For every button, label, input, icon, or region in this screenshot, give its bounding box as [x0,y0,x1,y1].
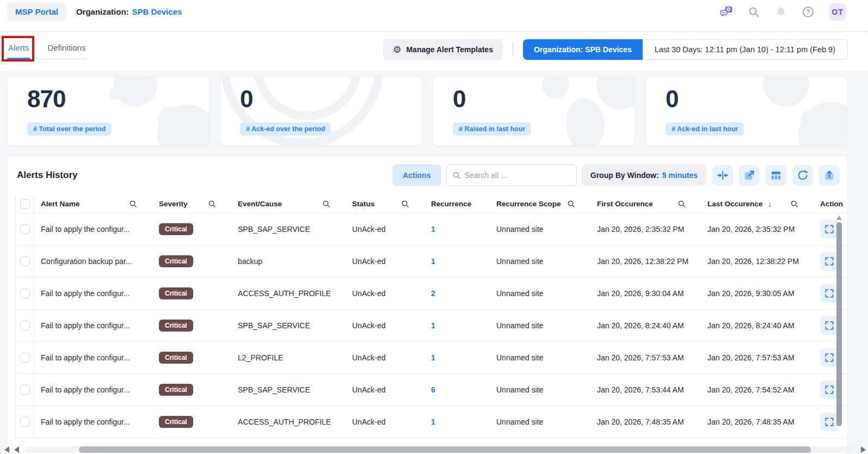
checkbox-cell [16,246,34,277]
top-bar: MSP Portal Organization:SPB Devices [0,0,868,32]
column-search-icon[interactable] [322,200,330,208]
date-range-picker[interactable]: Last 30 Days: 12:11 pm (Jan 10) - 12:11 … [643,39,848,60]
alert-name: Fail to apply the configur... [41,385,130,394]
event-cause-cell: SPB_SAP_SERVICE [231,374,346,406]
stat-card-acked-hour: 0 # Ack-ed in last hour [645,76,848,146]
column-search-icon[interactable] [678,200,686,208]
recurrence-link[interactable]: 1 [431,225,435,234]
alert-name: Fail to apply the configur... [41,353,130,362]
row-checkbox[interactable] [20,321,30,330]
organization-filter-button[interactable]: Organization: SPB Devices [523,39,643,60]
status: UnAck-ed [352,418,385,426]
status-cell: UnAck-ed [346,310,424,341]
tab-definitions[interactable]: Definitions [46,40,87,58]
column-search-icon[interactable] [790,200,798,208]
manage-alert-templates-label: Manage Alert Templates [406,45,493,54]
collapse-columns-button[interactable] [712,165,733,186]
column-header[interactable]: Action [814,195,847,213]
scroll-right-icon[interactable] [861,446,866,453]
scroll-up-icon[interactable] [836,216,842,220]
column-search-icon[interactable] [129,200,137,208]
sort-desc-icon[interactable]: ↓ [768,200,772,208]
row-checkbox[interactable] [20,289,30,298]
checkbox-cell [16,406,34,438]
alerts-history-header: Alerts History Actions Group By Window: … [8,156,847,195]
column-search-icon[interactable] [401,200,409,208]
recurrence-link[interactable]: 1 [431,257,435,266]
tab-alerts[interactable]: Alerts [7,40,30,59]
recurrence-scope: Unnamed site [496,257,543,266]
event-cause: SPB_SAP_SERVICE [238,225,310,234]
stat-value: 870 [27,85,65,113]
recurrence-link[interactable]: 6 [431,385,435,394]
recurrence-scope-cell: Unnamed site [490,374,590,406]
checkbox-cell [16,342,34,373]
recurrence-link[interactable]: 2 [431,289,435,298]
column-search-icon[interactable] [567,200,575,208]
severity-cell: Critical [152,342,231,373]
avatar[interactable]: OT [829,3,846,21]
column-header[interactable]: Event/Cause [231,195,346,213]
horizontal-scrollbar-thumb[interactable] [79,446,811,453]
search-icon[interactable] [747,5,760,19]
recurrence-cell: 1 [424,246,490,277]
column-header[interactable]: First Occurence [590,195,701,213]
table-row: Fail to apply the configur... Critical L… [16,342,847,374]
severity-badge: Critical [159,223,193,235]
scroll-left-icon[interactable] [4,446,9,453]
column-header[interactable]: Last Occurence ↓ [701,195,814,213]
row-checkbox[interactable] [20,353,30,363]
help-icon[interactable]: ? [802,5,815,19]
column-label: Event/Cause [238,200,282,208]
vertical-scrollbar[interactable] [836,216,842,454]
organization-name-link[interactable]: SPB Devices [132,7,182,16]
search-box[interactable] [446,164,577,186]
column-header[interactable]: Severity [152,195,231,213]
last-occurence-cell: Jan 20, 2026, 7:48:35 AM [701,406,814,438]
export-button[interactable] [819,165,840,186]
open-new-window-button[interactable] [739,165,760,186]
first-occurence-cell: Jan 20, 2026, 8:24:40 AM [590,310,701,341]
row-checkbox[interactable] [20,385,30,395]
msp-portal-button[interactable]: MSP Portal [7,2,66,21]
export-icon [823,169,835,181]
row-checkbox[interactable] [20,417,30,427]
tabs: Alerts Definitions [7,40,87,59]
scroll-left-icon[interactable] [14,446,19,453]
table-body: Fail to apply the configur... Critical S… [16,213,847,438]
recurrence-link[interactable]: 1 [431,353,435,362]
recurrence-link[interactable]: 1 [431,418,435,426]
row-checkbox[interactable] [20,224,30,234]
card-decoration [109,87,122,100]
column-header[interactable]: Recurrence Scope [490,195,590,213]
column-search-icon[interactable] [208,200,216,208]
column-header[interactable]: Alert Name [34,195,152,213]
recurrence-scope-cell: Unnamed site [490,213,590,245]
actions-button[interactable]: Actions [392,164,441,186]
select-all-checkbox[interactable] [20,199,30,209]
column-header[interactable]: Status [346,195,424,213]
table-row: Fail to apply the configur... Critical S… [16,310,847,342]
alert-name-cell: Configuration backup par... [34,246,152,277]
assistant-chat-icon[interactable] [720,5,733,19]
search-icon [452,171,461,180]
refresh-button[interactable] [792,165,813,186]
manage-alert-templates-button[interactable]: ⚙ Manage Alert Templates [383,39,503,60]
manage-columns-button[interactable] [766,165,786,186]
notifications-bell-icon[interactable] [774,5,787,19]
severity-badge: Critical [159,384,193,396]
recurrence-link[interactable]: 1 [431,321,435,330]
event-cause-cell: backup [231,246,346,277]
alert-name-cell: Fail to apply the configur... [34,342,152,373]
last-occurence: Jan 20, 2026, 2:35:32 PM [707,225,795,234]
search-input[interactable] [465,171,571,180]
column-header[interactable] [16,195,34,213]
vertical-scrollbar-thumb[interactable] [836,222,842,426]
table-row: Configuration backup par... Critical bac… [16,246,847,278]
column-header[interactable]: Recurrence [424,195,490,213]
card-decoration [801,109,823,131]
row-checkbox[interactable] [20,256,30,266]
last-occurence-cell: Jan 20, 2026, 12:38:22 PM [701,246,814,277]
group-by-window-selector[interactable]: Group By Window: 5 minutes [582,164,706,186]
horizontal-scrollbar[interactable] [0,445,868,454]
